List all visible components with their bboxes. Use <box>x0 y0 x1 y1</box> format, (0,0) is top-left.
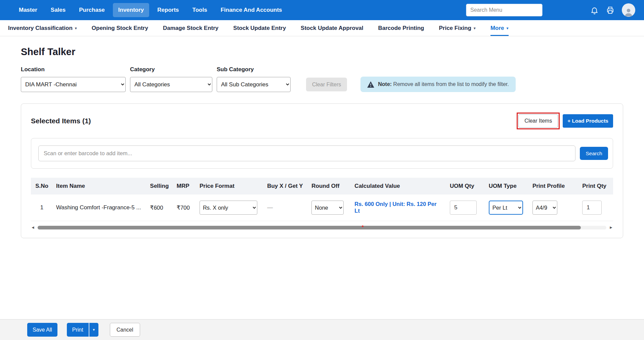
nav-item-master[interactable]: Master <box>13 3 43 17</box>
filter-note: Note: Remove all items from the list to … <box>360 77 515 92</box>
top-nav-items: Master Sales Purchase Inventory Reports … <box>13 3 288 17</box>
cell-sno: 1 <box>31 195 53 221</box>
location-select[interactable]: DIA MART -Chennai <box>21 77 126 92</box>
nav-item-sales[interactable]: Sales <box>45 3 71 17</box>
footer-bar: Save All Print ▾ Cancel <box>0 319 644 340</box>
page-title: Shelf Talker <box>21 46 623 57</box>
nav-item-purchase[interactable]: Purchase <box>74 3 110 17</box>
clear-items-button[interactable]: Clear Items <box>518 114 558 128</box>
category-label: Category <box>130 66 212 73</box>
sub-category-filter: Sub Category All Sub Categories <box>217 66 291 92</box>
subnav-item-label: Price Fixing <box>439 25 471 32</box>
location-label: Location <box>21 66 126 73</box>
location-filter: Location DIA MART -Chennai <box>21 66 126 92</box>
scrollbar-track[interactable] <box>38 226 606 229</box>
panel-header: Selected Items (1) Clear Items + Load Pr… <box>31 113 613 129</box>
nav-item-tools[interactable]: Tools <box>187 3 213 17</box>
scrollbar-thumb[interactable] <box>38 226 581 229</box>
header-sno: S.No <box>31 178 53 195</box>
header-round-off: Round Off <box>308 178 351 195</box>
chevron-down-icon: ▾ <box>75 26 77 31</box>
header-selling: Selling <box>147 178 173 195</box>
price-format-select[interactable]: Rs. X only <box>200 201 257 215</box>
print-profile-select[interactable]: A4/9 <box>532 201 557 215</box>
subnav-item-label: Stock Update Entry <box>233 25 286 32</box>
selected-items-panel: Selected Items (1) Clear Items + Load Pr… <box>21 103 623 238</box>
subnav-item-label: Inventory Classification <box>8 25 73 32</box>
category-filter: Category All Categories <box>130 66 212 92</box>
scroll-left-icon[interactable]: ◄ <box>31 225 35 230</box>
save-all-button[interactable]: Save All <box>27 323 57 337</box>
user-avatar[interactable] <box>622 3 635 17</box>
cell-uom-qty <box>446 195 485 221</box>
nav-item-inventory[interactable]: Inventory <box>113 3 149 17</box>
subnav-item-label: Stock Update Approval <box>301 25 363 32</box>
header-buy-x-get-y: Buy X / Get Y <box>264 178 308 195</box>
chevron-down-icon: ▾ <box>93 328 95 332</box>
header-price-format: Price Format <box>196 178 264 195</box>
top-nav-right <box>466 3 635 17</box>
subnav-item-label: Opening Stock Entry <box>92 25 148 32</box>
header-print-profile: Print Profile <box>529 178 579 195</box>
cell-buy-x-get-y: — <box>264 195 308 221</box>
category-select[interactable]: All Categories <box>130 77 212 92</box>
cell-print-profile: A4/9 <box>529 195 579 221</box>
filters-row: Location DIA MART -Chennai Category All … <box>21 66 623 92</box>
subnav-item-stock-update-approval[interactable]: Stock Update Approval <box>301 20 363 36</box>
sub-nav: Inventory Classification ▾ Opening Stock… <box>0 20 644 36</box>
subnav-item-label: Damage Stock Entry <box>163 25 218 32</box>
cell-item-name: Washing Comfort -Fragrance-5 ... <box>53 195 147 221</box>
notifications-icon[interactable] <box>590 6 599 14</box>
nav-item-reports[interactable]: Reports <box>152 3 184 17</box>
print-icon[interactable] <box>606 6 614 14</box>
cell-uom-type: Per Lt <box>485 195 529 221</box>
nav-item-finance-and-accounts[interactable]: Finance And Accounts <box>215 3 288 17</box>
menu-search-input[interactable] <box>466 4 543 16</box>
cell-calculated-value: Rs. 600 Only | Unit: Rs. 120 Per Lt <box>351 195 446 221</box>
items-table: S.No Item Name Selling MRP Price Format … <box>31 178 613 221</box>
print-dropdown-button[interactable]: ▾ <box>89 323 98 337</box>
subnav-item-inventory-classification[interactable]: Inventory Classification ▾ <box>8 20 77 36</box>
panel-actions: Clear Items + Load Products <box>517 113 613 129</box>
subnav-item-stock-update-entry[interactable]: Stock Update Entry <box>233 20 286 36</box>
print-qty-input[interactable] <box>582 201 602 215</box>
uom-qty-input[interactable] <box>450 201 477 215</box>
subnav-item-label: More <box>490 25 504 32</box>
header-mrp: MRP <box>173 178 196 195</box>
main-content: Shelf Talker Location DIA MART -Chennai … <box>0 46 644 238</box>
round-off-select[interactable]: None <box>311 201 344 215</box>
print-split-button: Print ▾ <box>67 323 98 337</box>
cell-mrp: ₹700 <box>173 195 196 221</box>
cell-selling: ₹600 <box>147 195 173 221</box>
top-nav: Master Sales Purchase Inventory Reports … <box>0 0 644 20</box>
sub-category-select[interactable]: All Sub Categories <box>217 77 291 92</box>
subnav-item-label: Barcode Printing <box>378 25 424 32</box>
clear-items-highlight: Clear Items <box>517 113 560 129</box>
table-header-row: S.No Item Name Selling MRP Price Format … <box>31 178 613 195</box>
table-row: 1 Washing Comfort -Fragrance-5 ... ₹600 … <box>31 195 613 221</box>
print-button[interactable]: Print <box>67 323 89 337</box>
header-uom-qty: UOM Qty <box>446 178 485 195</box>
barcode-search-button[interactable]: Search <box>580 147 608 160</box>
cell-price-format: Rs. X only <box>196 195 264 221</box>
scroll-right-icon[interactable]: ► <box>609 225 613 230</box>
note-text: Note: Remove all items from the list to … <box>378 81 509 87</box>
header-uom-type: UOM Type <box>485 178 529 195</box>
barcode-search-box: Search <box>31 138 613 169</box>
horizontal-scrollbar: ◄ ► <box>31 225 613 230</box>
header-calculated-value: Calculated Value <box>351 178 446 195</box>
load-products-button[interactable]: + Load Products <box>563 114 613 128</box>
clear-filters-button[interactable]: Clear Filters <box>306 78 347 91</box>
subnav-item-more[interactable]: More ▾ <box>490 20 509 36</box>
barcode-input[interactable] <box>38 145 575 161</box>
subnav-item-opening-stock-entry[interactable]: Opening Stock Entry <box>92 20 148 36</box>
subnav-item-price-fixing[interactable]: Price Fixing ▾ <box>439 20 475 36</box>
cell-round-off: None <box>308 195 351 221</box>
subnav-item-damage-stock-entry[interactable]: Damage Stock Entry <box>163 20 218 36</box>
subnav-item-barcode-printing[interactable]: Barcode Printing <box>378 20 424 36</box>
uom-type-select[interactable]: Per Lt <box>489 201 523 215</box>
header-print-qty: Print Qty <box>579 178 613 195</box>
click-marker <box>362 225 363 227</box>
sub-category-label: Sub Category <box>217 66 291 73</box>
cancel-button[interactable]: Cancel <box>110 323 140 337</box>
